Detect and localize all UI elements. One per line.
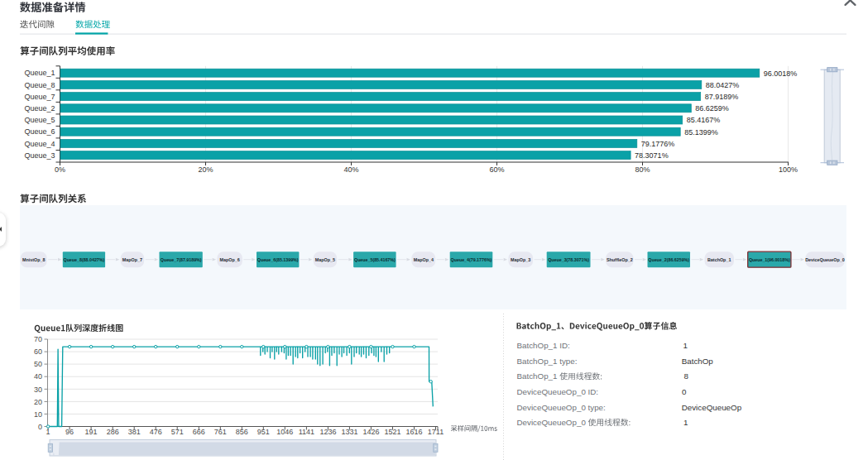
svg-text:79.1776%: 79.1776% (641, 140, 675, 148)
svg-text:Queue_8: Queue_8 (24, 81, 55, 89)
svg-text:Queue_3(78.3071%): Queue_3(78.3071%) (548, 257, 589, 262)
svg-text:Queue_3: Queue_3 (24, 151, 55, 160)
svg-text:DeviceQueueOp_0: DeviceQueueOp_0 (805, 257, 845, 262)
svg-text:DeviceQueueOp_0: DeviceQueueOp_0 (517, 418, 587, 427)
svg-text:60: 60 (34, 347, 42, 356)
svg-text:10: 10 (34, 410, 42, 419)
svg-text:1236: 1236 (319, 428, 336, 436)
svg-text:Queue_7(87.9189%): Queue_7(87.9189%) (161, 257, 202, 262)
svg-text:191: 191 (85, 428, 98, 436)
svg-text:80%: 80% (635, 165, 650, 174)
svg-text:476: 476 (150, 428, 162, 436)
svg-text:BatchOp: BatchOp (682, 357, 714, 366)
svg-text:571: 571 (171, 428, 184, 436)
svg-text:MapOp_7: MapOp_7 (122, 257, 142, 262)
svg-text:78.3071%: 78.3071% (635, 151, 669, 160)
svg-text:Queue_4(79.1776%): Queue_4(79.1776%) (451, 257, 492, 262)
svg-text:MapOp_4: MapOp_4 (414, 257, 434, 262)
svg-text:85.4167%: 85.4167% (687, 116, 721, 124)
svg-text:761: 761 (214, 428, 227, 436)
svg-text:DeviceQueueOp_0 ID:: DeviceQueueOp_0 ID: (517, 387, 599, 396)
svg-text:BatchOp_1 ID:: BatchOp_1 ID: (517, 341, 570, 350)
svg-text:40%: 40% (343, 165, 358, 174)
svg-text:286: 286 (107, 428, 119, 436)
svg-text:1331: 1331 (341, 428, 357, 436)
svg-text:1: 1 (46, 428, 50, 436)
svg-text:0: 0 (682, 387, 687, 396)
svg-text:ShuffleOp_2: ShuffleOp_2 (607, 257, 633, 262)
svg-text:1141: 1141 (299, 428, 314, 436)
svg-text:1: 1 (683, 418, 688, 427)
svg-text:Queue_8(88.0427%): Queue_8(88.0427%) (64, 257, 105, 262)
svg-text:0: 0 (38, 423, 42, 431)
svg-text:BatchOp_1 type:: BatchOp_1 type: (517, 357, 578, 366)
svg-text:MapOp_3: MapOp_3 (511, 257, 530, 262)
svg-text:666: 666 (193, 428, 205, 436)
svg-text:Queue_6(85.1399%): Queue_6(85.1399%) (257, 257, 299, 262)
svg-text:60%: 60% (489, 165, 504, 174)
svg-text:40: 40 (34, 372, 42, 381)
svg-text:Queue_1: Queue_1 (24, 69, 55, 77)
svg-text:1616: 1616 (405, 428, 422, 436)
svg-text:88.0427%: 88.0427% (706, 81, 740, 89)
svg-text:20: 20 (34, 398, 42, 406)
svg-text:Queue_7: Queue_7 (24, 93, 55, 101)
svg-text:Queue_1(96.0018%): Queue_1(96.0018%) (749, 257, 790, 262)
svg-text:50: 50 (34, 360, 42, 368)
svg-text:86.6259%: 86.6259% (695, 104, 729, 113)
svg-text:70: 70 (34, 335, 42, 343)
svg-text:1: 1 (683, 341, 688, 350)
svg-text:30: 30 (34, 386, 42, 394)
svg-text:Queue_5(85.4167%): Queue_5(85.4167%) (354, 257, 396, 262)
svg-text:DeviceQueueOp: DeviceQueueOp (682, 403, 742, 412)
svg-text:1521: 1521 (384, 428, 400, 436)
svg-text:87.9189%: 87.9189% (705, 93, 739, 101)
svg-text:381: 381 (128, 428, 141, 436)
svg-text:MapOp_5: MapOp_5 (315, 257, 335, 262)
svg-text:Queue_2: Queue_2 (24, 104, 55, 113)
svg-text:Queue_6: Queue_6 (24, 127, 55, 136)
svg-text:100%: 100% (779, 165, 798, 174)
svg-text:MapOp_6: MapOp_6 (219, 257, 239, 262)
svg-text:856: 856 (236, 428, 248, 436)
svg-text:8: 8 (684, 371, 689, 381)
svg-text:BatchOp_1: BatchOp_1 (517, 371, 558, 381)
svg-text:1046: 1046 (276, 428, 293, 436)
svg-text:0%: 0% (55, 165, 65, 174)
svg-text:1711: 1711 (428, 428, 444, 436)
svg-text:951: 951 (257, 428, 270, 436)
svg-text:Queue_4: Queue_4 (24, 140, 55, 148)
svg-text:85.1399%: 85.1399% (684, 128, 718, 137)
svg-text:DeviceQueueOp_0 type:: DeviceQueueOp_0 type: (517, 403, 606, 412)
svg-text:20%: 20% (198, 165, 213, 174)
svg-text:MnistOp_8: MnistOp_8 (22, 257, 46, 262)
svg-text:Queue_2(86.6259%): Queue_2(86.6259%) (648, 257, 689, 262)
svg-text:96.0018%: 96.0018% (764, 69, 798, 78)
svg-text:1426: 1426 (362, 428, 379, 436)
svg-text:96: 96 (65, 428, 74, 436)
svg-text:Queue_5: Queue_5 (24, 116, 55, 124)
svg-text:BatchOp_1: BatchOp_1 (707, 257, 731, 262)
